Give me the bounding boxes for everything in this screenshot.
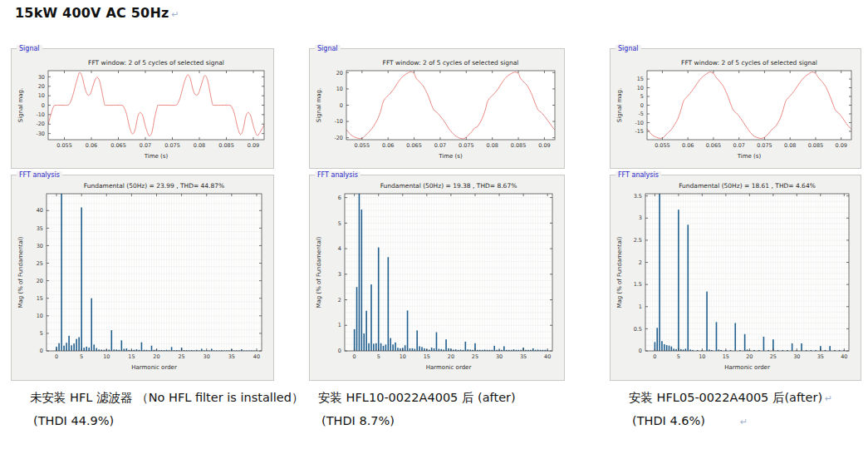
x-tick-label: 25 [472,353,478,360]
caption-2-line-2: (THDI 8.7%) [318,414,518,427]
signal-chart-1: 0.0550.060.0650.070.0750.080.0850.09-30-… [12,49,273,168]
x-tick-label: 0.065 [110,142,126,149]
y-tick-label: 25 [37,260,43,267]
y-axis-label: Mag (% of Fundamental) [316,236,322,308]
x-tick-label: 0.085 [511,142,527,149]
chart-title: FFT window: 2 of 5 cycles of selected si… [681,59,817,67]
caption-3-return-mark: ↵ [825,393,832,404]
y-axis-label: Signal mag. [17,88,24,123]
signal-panel-3: Signal 0.0550.060.0650.070.0750.080.0850… [610,48,861,169]
x-tick-label: 0.07 [733,142,744,149]
signal-chart-2: 0.0550.060.0650.070.0750.080.0850.09-20-… [310,49,564,168]
y-tick-label: 0 [338,348,341,354]
x-tick-label: 5 [80,353,83,360]
y-axis-label: Mag (% of Fundamental) [616,236,623,308]
chart-title: Fundamental (50Hz) = 18.61 , THD= 4.64% [679,182,816,190]
x-tick-label: 0.075 [459,142,474,149]
x-tick-label: 0.07 [434,142,446,149]
chart-title: FFT window: 2 of 5 cycles of selected si… [88,59,224,67]
page-title: 15kW 400V AC 50Hz↵ [15,5,179,21]
y-tick-label: -10 [334,118,343,125]
x-tick-label: 0.055 [355,142,370,149]
caption-2: 安装 HFL10-0022A4005 后 (after) (THDI 8.7%) [318,390,518,427]
x-tick-label: 40 [544,353,551,360]
x-tick-label: 30 [496,353,503,360]
y-tick-label: -15 [635,128,644,135]
y-tick-label: 35 [37,225,43,232]
y-tick-label: -20 [334,135,343,141]
figure-column-3: Signal 0.0550.060.0650.070.0750.080.0850… [610,48,861,381]
x-tick-label: 0.055 [655,142,670,149]
x-tick-label: 10 [103,353,110,360]
x-tick-label: 15 [424,353,430,360]
x-tick-label: 5 [377,353,380,360]
x-tick-label: 15 [128,353,135,360]
caption-3-line-2: (THDI 4.6%)↵ [629,414,832,427]
y-tick-label: -10 [36,111,45,118]
y-tick-label: -20 [36,121,45,127]
x-axis-label: Harmonic order [131,364,177,371]
chart-title: Fundamental (50Hz) = 23.99 , THD= 44.87% [84,182,224,190]
x-tick-label: 10 [400,353,406,360]
x-tick-label: 30 [793,353,800,360]
y-tick-label: 3 [639,215,642,221]
caption-2-line-1: 安装 HFL10-0022A4005 后 (after) [318,390,518,406]
x-tick-label: 0.085 [218,142,234,149]
fft-chart-1: 05101520253035400510152025303540Fundamen… [12,175,273,380]
y-axis-label: Signal mag. [316,88,322,123]
y-tick-label: 4 [338,245,341,252]
y-tick-label: 2.5 [634,237,642,244]
x-tick-label: 0.07 [140,142,151,149]
x-tick-label: 40 [841,353,847,360]
x-axis-label: Time (s) [144,153,169,160]
chart-title: Fundamental (50Hz) = 19.38 , THD= 8.67% [380,182,517,190]
caption-1-line-2: (THDI 44.9%) [30,414,306,427]
y-tick-label: 2 [338,297,341,303]
y-tick-label: 30 [37,243,43,249]
caption-1-thdi: (THDI 44.9%) [33,414,114,427]
y-tick-label: 10 [637,85,644,91]
x-tick-label: 40 [253,353,260,360]
x-tick-label: 35 [520,353,527,360]
page-title-text: 15kW 400V AC 50Hz [15,5,169,21]
caption-1: 未安装 HFL 滤波器 （No HFL filter is installed）… [30,390,306,427]
x-axis-label: Time (s) [737,153,762,160]
y-tick-label: -10 [635,120,644,126]
fft-panel-label-3: FFT analysis [615,171,661,180]
y-tick-label: 1.5 [634,281,642,288]
x-tick-label: 0.09 [248,142,259,149]
x-tick-label: 10 [699,353,705,360]
y-tick-label: -30 [36,131,45,137]
x-tick-label: 35 [228,353,235,360]
x-tick-label: 0.09 [538,142,550,149]
chart-title: FFT window: 2 of 5 cycles of selected si… [383,59,519,67]
x-tick-label: 0.08 [486,142,498,149]
x-tick-label: 0.075 [164,142,180,149]
x-tick-label: 35 [817,353,824,360]
y-tick-label: 0 [40,348,43,354]
y-axis-label: Signal mag. [616,88,623,123]
y-tick-label: 1 [639,303,642,310]
x-tick-label: 0.055 [56,142,72,149]
y-tick-label: 15 [637,76,644,82]
figure-column-1: Signal 0.0550.060.0650.070.0750.080.0850… [11,48,274,381]
x-tick-label: 20 [153,353,159,360]
x-axis-label: Harmonic order [426,364,472,371]
y-tick-label: 3.5 [634,193,642,200]
x-tick-label: 0.06 [86,142,97,149]
fft-panel-label-2: FFT analysis [315,171,360,180]
signal-panel-1: Signal 0.0550.060.0650.070.0750.080.0850… [11,48,274,169]
caption-3-return-mark-2: ↵ [740,417,748,427]
y-tick-label: 20 [38,83,45,90]
y-tick-label: 0 [42,102,45,109]
y-tick-label: 10 [38,92,45,99]
x-tick-label: 0.085 [808,142,824,149]
x-tick-label: 0.08 [784,142,796,149]
y-tick-label: 5 [338,220,341,227]
caption-3-line-1: 安装 HFL05-0022A4005 后(after)↵ [629,390,832,406]
x-tick-label: 30 [204,353,210,360]
caption-2-text: 安装 HFL10-0022A4005 后 (after) [318,391,516,404]
fft-panel-3: FFT analysis 051015202530354000.511.522.… [610,175,861,381]
fft-panel-1: FFT analysis 051015202530354005101520253… [11,175,274,381]
y-axis-label: Mag (% of Fundamental) [17,236,24,308]
